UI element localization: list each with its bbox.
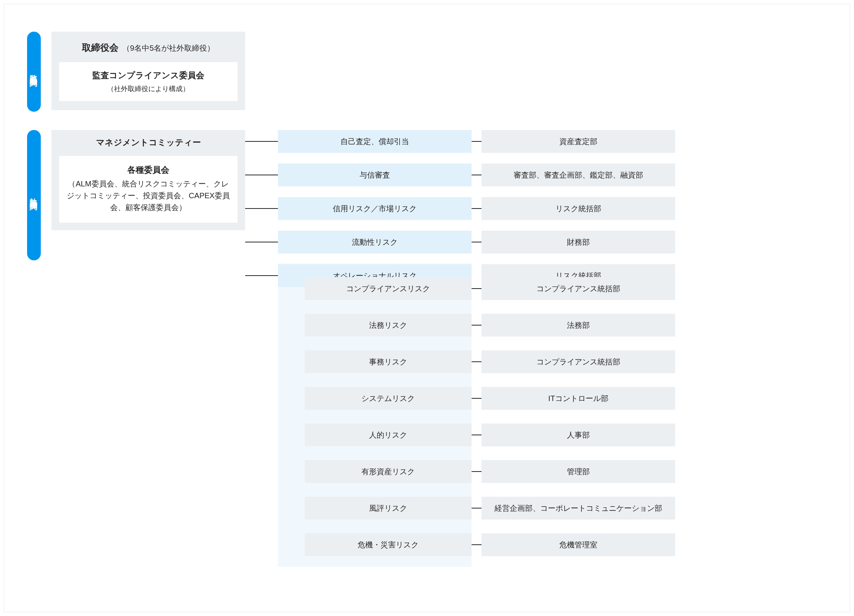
sub-risk-box: 人的リスク xyxy=(305,424,472,446)
connector-line xyxy=(472,544,482,545)
dept-box: リスク統括部 xyxy=(482,197,675,220)
dept-box: 経営企画部、コーポレートコミュニケーション部 xyxy=(482,497,675,520)
committees-note: （ALM委員会、統合リスクコミッティー、クレジットコミッティー、投資委員会、CA… xyxy=(64,178,232,213)
sub-risk-box: 風評リスク xyxy=(305,497,472,520)
connector-line xyxy=(472,471,482,472)
connector-line xyxy=(245,208,278,209)
connector-line xyxy=(472,141,482,142)
connector-line xyxy=(472,242,482,242)
connector-line xyxy=(472,508,482,509)
connector-line xyxy=(245,175,278,175)
supervisory-panel: 取締役会 （9名中5名が社外取締役） 監査コンプライアンス委員会 （社外取締役に… xyxy=(51,32,245,110)
dept-box: 資産査定部 xyxy=(482,130,675,153)
management-committee-title: マネジメントコミッティー xyxy=(59,130,238,156)
dept-box: 財務部 xyxy=(482,231,675,253)
dept-box: 危機管理室 xyxy=(482,533,675,556)
dept-box: 人事部 xyxy=(482,424,675,446)
sub-risk-box: 事務リスク xyxy=(305,350,472,373)
sub-risk-box: システムリスク xyxy=(305,387,472,410)
diagram-frame: 監督機関 取締役会 （9名中5名が社外取締役） 監査コンプライアンス委員会 （社… xyxy=(4,4,850,612)
connector-line xyxy=(472,398,482,399)
dept-box: コンプライアンス統括部 xyxy=(482,277,675,300)
connector-line xyxy=(472,325,482,326)
pill-executive: 執行機関 xyxy=(27,130,41,260)
connector-line xyxy=(472,288,482,289)
pill-supervisory: 監督機関 xyxy=(27,32,41,112)
pill-supervisory-label: 監督機関 xyxy=(29,69,39,75)
risk-box: 信用リスク／市場リスク xyxy=(278,197,472,220)
pill-executive-label: 執行機関 xyxy=(29,192,39,198)
audit-committee-note: （社外取締役により構成） xyxy=(66,84,231,93)
sub-risk-box: 危機・災害リスク xyxy=(305,533,472,556)
sub-risk-box: 有形資産リスク xyxy=(305,460,472,483)
board-note: （9名中5名が社外取締役） xyxy=(122,44,215,52)
audit-committee-box: 監査コンプライアンス委員会 （社外取締役により構成） xyxy=(59,62,238,101)
connector-line xyxy=(472,361,482,362)
dept-box: 審査部、審査企画部、鑑定部、融資部 xyxy=(482,164,675,186)
board-title: 取締役会 xyxy=(82,42,119,53)
connector-line xyxy=(472,208,482,209)
dept-box: コンプライアンス統括部 xyxy=(482,350,675,373)
connector-line xyxy=(472,175,482,175)
connector-line xyxy=(245,141,278,142)
committees-title: 各種委員会 xyxy=(64,164,232,176)
sub-risk-box: 法務リスク xyxy=(305,314,472,337)
committees-box: 各種委員会 （ALM委員会、統合リスクコミッティー、クレジットコミッティー、投資… xyxy=(59,156,238,223)
audit-committee-title: 監査コンプライアンス委員会 xyxy=(66,70,231,81)
sub-rows-bg xyxy=(278,263,472,567)
connector-line xyxy=(245,242,278,242)
risk-box: 自己査定、償却引当 xyxy=(278,130,472,153)
sub-risk-box: コンプライアンスリスク xyxy=(305,277,472,300)
dept-box: 法務部 xyxy=(482,314,675,337)
risk-box: 与信審査 xyxy=(278,164,472,186)
dept-box: ITコントロール部 xyxy=(482,387,675,410)
risk-box: 流動性リスク xyxy=(278,231,472,253)
connector-line xyxy=(245,275,278,276)
executive-panel: マネジメントコミッティー 各種委員会 （ALM委員会、統合リスクコミッティー、ク… xyxy=(51,130,245,230)
dept-box: 管理部 xyxy=(482,460,675,483)
connector-line xyxy=(472,435,482,435)
